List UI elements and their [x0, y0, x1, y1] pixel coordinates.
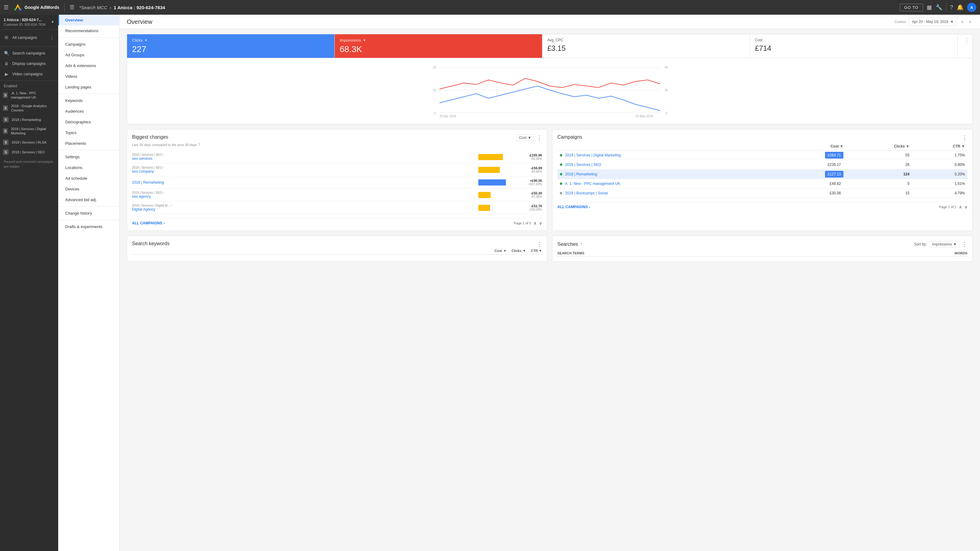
metric-cost: Cost £714 — [750, 34, 958, 58]
campaigns-widget-menu[interactable]: ⋮ — [962, 134, 967, 141]
sidebar-video-campaigns[interactable]: ▶ Video campaigns — [0, 69, 58, 79]
campaign-item-5[interactable]: S 2018 | Services | SEO — [0, 147, 58, 157]
nav-ad-schedule[interactable]: Ad schedule — [58, 173, 119, 184]
nav-change-history[interactable]: Change history — [58, 208, 119, 219]
bell-icon[interactable]: 🔔 — [957, 4, 964, 11]
changes-name-1[interactable]: seo company — [132, 169, 476, 173]
biggest-changes-menu[interactable]: ⋮ — [536, 134, 542, 141]
chart-more-options[interactable]: ⋮ — [958, 34, 972, 58]
date-next-button[interactable]: › — [967, 18, 973, 26]
page-next-2[interactable]: ∨ — [964, 205, 967, 210]
wrench-icon[interactable]: 🔧 — [935, 4, 942, 11]
nav-devices[interactable]: Devices — [58, 184, 119, 194]
account-selector[interactable]: 1 Anicca : 920-624-7... Customer ID: 920… — [0, 15, 58, 30]
page-prev-1[interactable]: ∧ — [533, 221, 536, 225]
campaign-link-2[interactable]: 2018 | Remarketing — [565, 172, 597, 176]
nav-audiences[interactable]: Audiences — [58, 106, 119, 117]
nav-campaigns[interactable]: Campaigns — [58, 39, 119, 49]
all-campaigns-link-2[interactable]: ALL CAMPAIGNS › — [557, 205, 590, 209]
nav-placements[interactable]: Placements — [58, 138, 119, 149]
campaign-link-4[interactable]: 2018 | Bootcamps | Social — [565, 191, 608, 195]
changes-name-3[interactable]: seo agency — [132, 194, 476, 198]
nav-topics[interactable]: Topics — [58, 127, 119, 138]
sidebar-search-campaigns[interactable]: 🔍 Search campaigns — [0, 48, 58, 59]
help-icon[interactable]: ? — [198, 142, 200, 147]
campaign-clicks-cell-1: 26 — [846, 160, 912, 170]
more-icon[interactable]: ⋮ — [49, 35, 54, 40]
changes-pct-4: -100.00% — [517, 208, 542, 211]
nav-recommendations[interactable]: Recommendations — [58, 25, 119, 36]
nav-landing-pages[interactable]: Landing pages — [58, 82, 119, 92]
nav-campaigns-label: Campaigns — [65, 42, 86, 46]
sidebar-divider-2 — [0, 81, 58, 81]
page-next-1[interactable]: ∨ — [539, 221, 542, 225]
nav-advanced-bid[interactable]: Advanced bid adj. — [58, 194, 119, 205]
chart-svg: 20 10 0 4K 2K 0 20 Apr 2018 19 May 2018 — [132, 63, 967, 118]
campaign-item-0[interactable]: S .A. 1. New - PPC management UK — [0, 89, 58, 102]
nav-locations[interactable]: Locations — [58, 162, 119, 173]
topbar: ☰ Google AdWords ☰ *Search MCC › 1 Anicc… — [0, 0, 980, 15]
campaigns-widget: Campaigns ⋮ Cost ▼ Clicks ▼ — [552, 129, 973, 231]
searches-sort: Sort by: Impressions ▼ ⋮ — [914, 241, 967, 248]
changes-name-0[interactable]: seo services — [132, 156, 476, 161]
svg-point-1 — [19, 9, 21, 11]
campaign-item-1[interactable]: S 2018 - Google Analytics Courses — [0, 102, 58, 115]
sidebar-display-campaigns[interactable]: 🖥 Display campaigns — [0, 59, 58, 69]
nav-overview[interactable]: Overview — [58, 15, 119, 25]
campaign-link-0[interactable]: 2018 | Services | Digital Marketing — [565, 153, 621, 157]
clicks-dropdown-icon[interactable]: ▼ — [145, 38, 148, 42]
searches-menu[interactable]: ⋮ — [962, 241, 967, 248]
date-range-button[interactable]: Apr 20 - May 19, 2018 ▼ — [908, 18, 957, 26]
chart-icon[interactable]: ▦ — [927, 4, 932, 11]
avatar[interactable]: A — [967, 3, 976, 12]
page-prev-2[interactable]: ∧ — [959, 205, 962, 210]
nav-locations-label: Locations — [65, 165, 83, 170]
searches-help-icon[interactable]: ? — [580, 242, 582, 247]
date-prev-button[interactable]: ‹ — [959, 18, 965, 26]
sk-cost-col[interactable]: Cost ▼ — [495, 249, 506, 252]
campaign-link-3[interactable]: A. 1. New - PPC management UK — [565, 181, 620, 186]
changes-campaign-4: 2018 | Services | Digital M... › Digital… — [132, 204, 476, 211]
changes-name-4[interactable]: Digital Agency — [132, 207, 476, 211]
hamburger-button[interactable]: ☰ — [4, 4, 9, 11]
changes-bar-1 — [478, 167, 500, 173]
sk-clicks-col[interactable]: Clicks ▼ — [511, 249, 526, 252]
campaign-cost-1: £235.17 — [825, 161, 843, 168]
campaign-item-3[interactable]: S 2018 | Services | Digital Marketing — [0, 125, 58, 138]
campaign-item-2[interactable]: S 2018 | Remarketing — [0, 115, 58, 125]
campaign-name-2: 2018 | Remarketing — [12, 118, 41, 122]
nav-drafts[interactable]: Drafts & experiments — [58, 221, 119, 232]
campaign-icon-0: S — [3, 92, 8, 98]
nav-ads-extensions[interactable]: Ads & extensions — [58, 60, 119, 71]
changes-amount-4: -£51.76 — [517, 204, 542, 208]
clicks-value: 227 — [132, 44, 329, 54]
nav-demographics[interactable]: Demographics — [58, 117, 119, 127]
changes-name-2[interactable]: 2018 | Remarketing — [132, 180, 476, 184]
nav-settings[interactable]: Settings — [58, 151, 119, 162]
logo: Google AdWords — [13, 3, 59, 12]
col-header-clicks[interactable]: Clicks ▼ — [846, 142, 912, 151]
arrow-icon: › — [164, 221, 165, 225]
searches-card: Searches ? Sort by: Impressions ▼ ⋮ SEAR… — [552, 236, 973, 262]
col-header-ctr[interactable]: CTR ▼ — [912, 142, 967, 151]
all-campaigns-item[interactable]: ⊞ All campaigns ⋮ — [0, 32, 58, 43]
search-keywords-menu[interactable]: ⋮ — [536, 241, 542, 248]
sk-ctr-col[interactable]: CTR ▼ — [531, 249, 542, 252]
all-campaigns-link-1[interactable]: ALL CAMPAIGNS › — [132, 221, 165, 225]
campaign-link-1[interactable]: 2018 | Services | SEO — [565, 162, 601, 167]
svg-text:10: 10 — [433, 89, 436, 92]
changes-row-1: 2018 | Services | SEO › seo company -£94… — [132, 164, 542, 176]
changes-sort-button[interactable]: Cost ▼ — [516, 134, 534, 141]
goto-button[interactable]: GO TO — [900, 4, 923, 11]
impressions-dropdown-icon[interactable]: ▼ — [363, 38, 366, 42]
nav-videos[interactable]: Videos — [58, 71, 119, 82]
help-icon[interactable]: ? — [950, 4, 953, 11]
nav-ad-groups[interactable]: Ad Groups — [58, 49, 119, 60]
overview-chart: 20 10 0 4K 2K 0 20 Apr 2018 19 May 2018 — [127, 58, 973, 124]
impressions-label: Impressions ▼ — [340, 38, 537, 43]
campaign-item-4[interactable]: S 2018 | Services | RLSA — [0, 137, 58, 147]
col-header-cost[interactable]: Cost ▼ — [771, 142, 846, 151]
nav-keywords[interactable]: Keywords — [58, 95, 119, 106]
searches-sort-button[interactable]: Impressions ▼ — [929, 241, 959, 248]
nav-toggle-button[interactable]: ☰ — [70, 4, 75, 11]
